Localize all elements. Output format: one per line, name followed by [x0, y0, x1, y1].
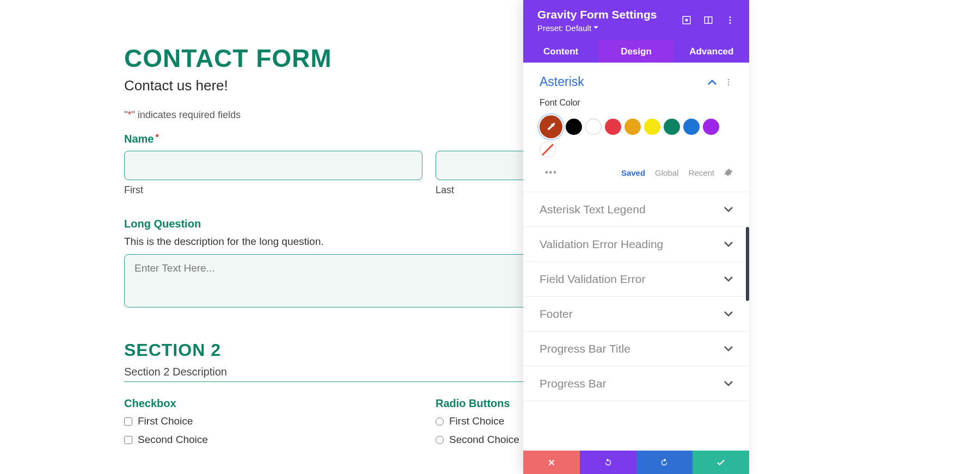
accordion-footer[interactable]: Footer — [523, 297, 749, 331]
first-name-col: First — [124, 151, 422, 196]
more-dots-icon[interactable]: ••• — [545, 168, 558, 177]
swatch-yellow[interactable] — [644, 119, 660, 135]
caret-down-icon — [593, 26, 598, 29]
checkbox-input-2[interactable] — [124, 436, 132, 444]
checkbox-input-1[interactable] — [124, 417, 132, 426]
palette-tab-recent[interactable]: Recent — [688, 168, 714, 177]
chevron-down-icon — [724, 276, 733, 282]
layout-toggle-icon[interactable] — [703, 15, 713, 25]
tab-design[interactable]: Design — [598, 40, 673, 63]
tab-content[interactable]: Content — [523, 40, 598, 63]
accordion-label: Progress Bar — [540, 377, 607, 390]
chevron-up-icon[interactable] — [708, 79, 716, 85]
accordion-label: Footer — [540, 307, 573, 321]
accordion-label: Asterisk Text Legend — [540, 203, 646, 216]
swatch-teal[interactable] — [664, 119, 680, 135]
panel-header: Gravity Form Settings Preset: Default — [523, 0, 749, 40]
name-label-text: Name — [124, 133, 154, 145]
swatch-none[interactable] — [540, 141, 556, 158]
first-name-sublabel: First — [124, 184, 422, 196]
accordion-validation-error-heading[interactable]: Validation Error Heading — [523, 227, 749, 262]
chevron-down-icon — [724, 242, 733, 247]
checkbox-option-2-label: Second Choice — [138, 434, 208, 446]
accordion-asterisk: Asterisk Font Color — [523, 63, 749, 192]
chevron-down-icon — [724, 207, 733, 212]
palette-row: ••• Saved Global Recent — [540, 168, 733, 177]
accordion-open-header: Asterisk — [540, 75, 733, 89]
required-note-suffix: " indicates required fields — [131, 109, 241, 120]
panel-tabs: Content Design Advanced — [523, 40, 749, 63]
svg-point-8 — [728, 81, 730, 83]
undo-button[interactable] — [580, 451, 636, 474]
swatch-orange[interactable] — [624, 119, 641, 135]
svg-point-6 — [730, 22, 731, 24]
accordion-label: Field Validation Error — [540, 273, 646, 286]
first-name-input[interactable] — [124, 151, 422, 180]
preset-prefix: Preset: — [537, 23, 564, 33]
swatch-purple[interactable] — [703, 119, 719, 135]
redo-button[interactable] — [636, 451, 693, 474]
panel-body: Asterisk Font Color — [523, 63, 749, 451]
scrollbar-thumb[interactable] — [746, 227, 749, 301]
accordion-label: Progress Bar Title — [540, 342, 630, 355]
radio-input-1[interactable] — [436, 417, 444, 426]
panel-title: Gravity Form Settings — [537, 8, 682, 21]
svg-point-4 — [730, 16, 731, 18]
swatch-white[interactable] — [585, 119, 602, 135]
accordion-more-icon[interactable] — [724, 78, 733, 87]
radio-option-2-label: Second Choice — [449, 434, 519, 446]
svg-rect-1 — [685, 19, 688, 22]
chevron-down-icon — [724, 346, 733, 352]
palette-tabs: Saved Global Recent — [621, 168, 733, 177]
svg-point-9 — [728, 84, 730, 85]
checkbox-option-2[interactable]: Second Choice — [124, 434, 422, 446]
panel-header-icons — [682, 15, 735, 25]
accordion-asterisk-text-legend[interactable]: Asterisk Text Legend — [523, 192, 749, 227]
radio-input-2[interactable] — [436, 436, 444, 444]
panel-header-text: Gravity Form Settings Preset: Default — [537, 8, 682, 33]
accordion-asterisk-title[interactable]: Asterisk — [540, 75, 584, 89]
more-options-icon[interactable] — [725, 15, 735, 25]
swatch-red[interactable] — [605, 119, 621, 135]
swatch-black[interactable] — [566, 119, 582, 135]
checkbox-option-1[interactable]: First Choice — [124, 415, 422, 427]
preset-dropdown[interactable]: Preset: Default — [537, 23, 682, 33]
accordion-progress-bar[interactable]: Progress Bar — [523, 366, 749, 401]
checkbox-column: Checkbox First Choice Second Choice — [124, 397, 422, 452]
eyedropper-swatch[interactable] — [540, 115, 562, 138]
cancel-button[interactable] — [523, 451, 580, 474]
save-button[interactable] — [693, 451, 749, 474]
accordion-progress-bar-title[interactable]: Progress Bar Title — [523, 331, 749, 366]
chevron-down-icon — [724, 311, 733, 317]
font-color-label: Font Color — [540, 98, 733, 108]
tab-advanced[interactable]: Advanced — [674, 40, 749, 63]
expand-icon[interactable] — [682, 15, 691, 25]
color-swatches — [540, 115, 733, 158]
palette-tab-saved[interactable]: Saved — [621, 168, 645, 177]
name-required-mark: * — [155, 133, 158, 142]
gear-icon[interactable] — [724, 168, 733, 177]
accordion-field-validation-error[interactable]: Field Validation Error — [523, 262, 749, 297]
accordion-open-actions — [708, 78, 733, 87]
palette-tab-global[interactable]: Global — [655, 168, 678, 177]
checkbox-option-1-label: First Choice — [138, 415, 193, 427]
chevron-down-icon — [724, 381, 733, 386]
swatch-blue[interactable] — [683, 119, 700, 135]
settings-panel: Gravity Form Settings Preset: Default Co… — [523, 0, 749, 474]
svg-point-5 — [730, 20, 731, 21]
checkbox-label: Checkbox — [124, 397, 422, 410]
preset-value: Default — [566, 23, 592, 33]
svg-point-7 — [728, 79, 730, 81]
panel-footer — [523, 451, 749, 474]
radio-option-1-label: First Choice — [449, 415, 504, 427]
accordion-label: Validation Error Heading — [540, 238, 663, 251]
